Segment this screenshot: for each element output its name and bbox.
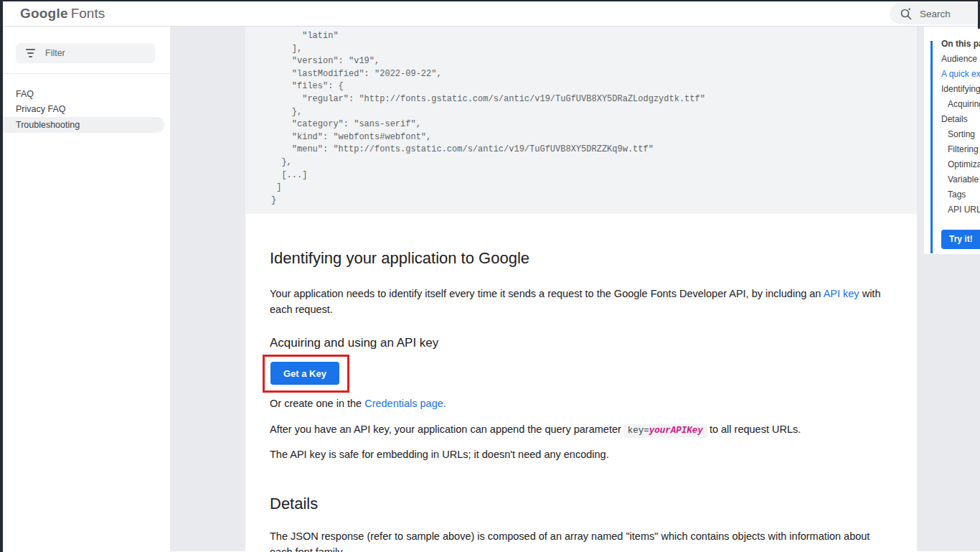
- left-sidebar: Filter FAQ Privacy FAQ Troubleshooting: [3, 27, 170, 551]
- heading-identifying: Identifying your application to Google: [270, 248, 917, 268]
- key-param-code: key=yourAPIKey: [624, 424, 707, 438]
- sidebar-item-privacy-faq[interactable]: Privacy FAQ: [3, 102, 170, 117]
- filter-placeholder: Filter: [45, 48, 65, 58]
- toc-item-sorting[interactable]: Sorting: [941, 127, 980, 142]
- paragraph-credentials-text: Or create one in the: [270, 398, 364, 409]
- paragraph-append-key: After you have an API key, your applicat…: [270, 422, 881, 438]
- sidebar-item-faq[interactable]: FAQ: [3, 87, 170, 102]
- logo-fonts: Fonts: [71, 6, 105, 21]
- json-code-sample: "latin" ], "version": "v19", "lastModifi…: [245, 27, 917, 214]
- toc-list: On this pag Audience A quick exa Identif…: [941, 37, 980, 217]
- get-a-key-button[interactable]: Get a Key: [270, 362, 339, 385]
- toc-item-optimizing[interactable]: Optimiza: [941, 157, 980, 172]
- toc-item-filtering[interactable]: Filtering: [941, 142, 980, 157]
- sidebar-divider: [3, 73, 170, 74]
- toc-item-identifying[interactable]: Identifying: [941, 82, 980, 97]
- google-fonts-logo[interactable]: GoogleFonts: [20, 6, 105, 22]
- paragraph-credentials: Or create one in the Credentials page.: [270, 397, 881, 410]
- toc-item-quick-example[interactable]: A quick exa: [941, 67, 980, 82]
- toc-item-variable-fonts[interactable]: Variable f: [941, 172, 980, 187]
- heading-acquiring: Acquiring and using an API key: [270, 335, 917, 351]
- search-input[interactable]: Search: [890, 3, 980, 24]
- search-placeholder: Search: [920, 9, 951, 19]
- api-key-link[interactable]: API key: [824, 288, 859, 299]
- key-param-variable: yourAPIKey: [649, 426, 703, 436]
- paragraph-identifying-text: Your application needs to identify itsel…: [270, 288, 824, 299]
- paragraph-details: The JSON response (refer to sample above…: [270, 528, 881, 552]
- red-annotation-box: Get a Key: [263, 355, 349, 393]
- toc-item-acquiring[interactable]: Acquiring: [941, 97, 980, 112]
- sidebar-item-troubleshooting[interactable]: Troubleshooting: [3, 117, 164, 133]
- filter-input[interactable]: Filter: [16, 43, 155, 63]
- toc-item-tags[interactable]: Tags: [941, 187, 980, 202]
- paragraph-append-text: After you have an API key, your applicat…: [270, 424, 624, 435]
- toc-accent-bar: [930, 41, 933, 253]
- app-header: GoogleFonts Search: [3, 1, 980, 27]
- key-param-literal: key=: [628, 426, 649, 436]
- page-gutter: [170, 27, 245, 551]
- toc-panel: On this pag Audience A quick exa Identif…: [924, 27, 980, 254]
- right-rail: On this pag Audience A quick exa Identif…: [917, 27, 980, 551]
- paragraph-safe-note: The API key is safe for embedding in URL…: [270, 449, 881, 461]
- logo-google: Google: [20, 6, 68, 21]
- sidebar-nav: FAQ Privacy FAQ Troubleshooting: [3, 87, 170, 133]
- paragraph-append-tail: to all request URLs.: [707, 424, 801, 435]
- filter-icon: [25, 49, 35, 57]
- main-content: "latin" ], "version": "v19", "lastModifi…: [245, 27, 917, 551]
- paragraph-identifying: Your application needs to identify itsel…: [270, 286, 881, 317]
- search-icon: [900, 7, 913, 20]
- toc-title: On this pag: [941, 37, 980, 52]
- toc-item-api-url[interactable]: API URL S: [941, 202, 980, 217]
- heading-details: Details: [270, 493, 917, 514]
- toc-item-audience[interactable]: Audience: [941, 52, 980, 67]
- try-it-button[interactable]: Try it!: [941, 230, 980, 249]
- toc-item-details[interactable]: Details: [941, 112, 980, 127]
- credentials-page-link[interactable]: Credentials page.: [364, 398, 446, 409]
